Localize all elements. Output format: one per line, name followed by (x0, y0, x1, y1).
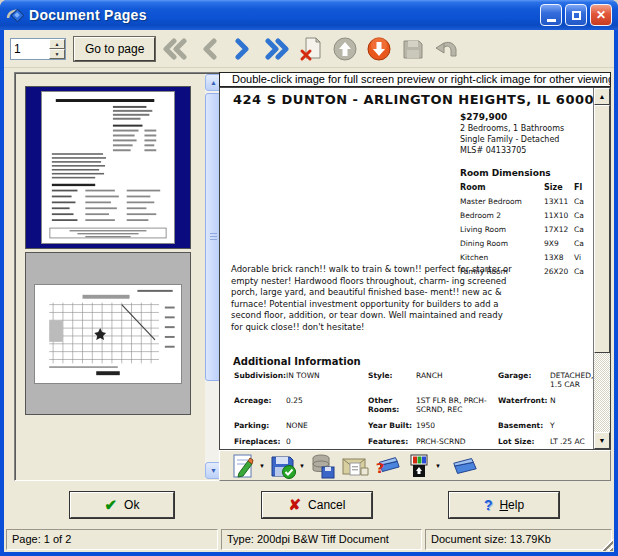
go-to-page-button[interactable]: Go to page (74, 37, 155, 61)
room-floor: Ca (574, 224, 588, 235)
preview-scroll-up-button[interactable]: ▲ (594, 88, 610, 105)
addl-value: RANCH (416, 371, 496, 389)
thumbnail-page-1[interactable] (25, 86, 191, 249)
save-page-icon (401, 37, 425, 61)
help-button[interactable]: ? Help (449, 492, 559, 518)
last-page-button[interactable] (263, 35, 291, 63)
save-confirm-button[interactable] (269, 452, 297, 480)
cancel-button[interactable]: ✘ Cancel (262, 492, 372, 518)
room-size: 17X12 (544, 224, 574, 235)
titlebar[interactable]: Document Pages ✕ (0, 0, 618, 30)
status-size: Document size: 13.79Kb (425, 529, 612, 550)
close-button[interactable]: ✕ (590, 4, 612, 26)
preview-hint: Double-click image for full screen previ… (219, 72, 611, 87)
resize-grip[interactable] (600, 538, 613, 551)
doc-summary-block: $279,900 2 Bedrooms, 1 Bathrooms Single … (460, 112, 588, 277)
minimize-button[interactable] (540, 4, 562, 26)
document-pages-window: Document Pages ✕ ▲ ▼ Go to page (0, 0, 618, 556)
help-label: Help (499, 498, 524, 512)
save-to-database-button[interactable] (309, 452, 337, 480)
addl-label: Other Rooms: (368, 396, 414, 414)
spinner-down-button[interactable]: ▼ (49, 49, 65, 59)
addl-value: DETACHED, 1.5 CAR (550, 371, 593, 389)
addl-value: N (550, 396, 593, 414)
preview-scroll-down-button[interactable]: ▼ (594, 432, 610, 449)
room-name: Kitchen (460, 252, 544, 263)
scanner-button[interactable] (451, 452, 479, 480)
cancel-x-icon: ✘ (289, 496, 302, 514)
room-name: Bedroom 2 (460, 210, 544, 221)
app-scanner-icon (6, 6, 24, 24)
cancel-label: Cancel (308, 498, 345, 512)
preview-scroll-thumb[interactable] (594, 105, 610, 353)
scan-help-button[interactable]: ? (373, 452, 401, 480)
status-page: Page: 1 of 2 (6, 529, 218, 550)
room-floor: Ca (574, 196, 588, 207)
edit-page-dropdown-icon[interactable]: ▼ (259, 463, 265, 469)
room-floor: Ca (574, 238, 588, 249)
save-page-button[interactable] (399, 35, 427, 63)
ok-label: Ok (124, 498, 139, 512)
next-page-icon (234, 38, 252, 60)
ok-check-icon: ✔ (105, 496, 118, 514)
addl-value: 1950 (416, 421, 496, 430)
doc-mls-number: MLS# 04133705 (460, 145, 588, 156)
addl-label: Year Built: (368, 421, 414, 430)
save-confirm-dropdown-icon[interactable]: ▼ (299, 463, 305, 469)
save-to-database-icon (310, 453, 336, 479)
addl-value: 1ST FLR BR, PRCH- SCRND, REC (416, 396, 496, 414)
delete-page-button[interactable] (297, 35, 325, 63)
document-page-image[interactable]: 424 S DUNTON - ARLINGTON HEIGHTS, IL 600… (220, 88, 593, 449)
move-page-up-button[interactable] (331, 35, 359, 63)
previous-page-button[interactable] (195, 35, 223, 63)
next-page-button[interactable] (229, 35, 257, 63)
maximize-button[interactable] (565, 4, 587, 26)
preview-panel: Double-click image for full screen previ… (219, 72, 611, 481)
ok-button[interactable]: ✔ Ok (70, 492, 174, 518)
room-name: Living Room (460, 224, 544, 235)
doc-price: $279,900 (460, 112, 588, 123)
thumbnail-page-2-image (34, 284, 182, 384)
addl-label: Garage: (498, 371, 548, 389)
preview-scrollbar[interactable]: ▲ ▼ (593, 88, 610, 449)
move-page-down-icon (366, 36, 392, 62)
edit-page-button[interactable] (229, 452, 257, 480)
svg-text:?: ? (376, 458, 385, 476)
minimize-icon (547, 19, 556, 22)
room-name: Master Bedroom (460, 196, 544, 207)
undo-button[interactable] (433, 35, 461, 63)
move-page-down-button[interactable] (365, 35, 393, 63)
addl-label: Basement: (498, 421, 548, 430)
undo-icon (434, 37, 460, 61)
color-depth-dropdown-icon[interactable]: ▼ (435, 463, 441, 469)
doc-bed-bath: 2 Bedrooms, 1 Bathrooms (460, 123, 588, 134)
addl-value: 0.25 (286, 396, 366, 414)
thumbnail-page-1-image (41, 91, 175, 244)
email-document-button[interactable] (341, 452, 369, 480)
doc-title: 424 S DUNTON - ARLINGTON HEIGHTS, IL 600… (233, 92, 593, 107)
addl-value: PRCH-SCRND (416, 437, 496, 446)
addl-label: Fireplaces: (234, 437, 284, 446)
addl-label: Features: (368, 437, 414, 446)
room-floor: Ca (574, 266, 588, 277)
spinner-up-button[interactable]: ▲ (49, 39, 65, 49)
help-question-icon: ? (484, 497, 493, 513)
room-floor: Vi (574, 252, 588, 263)
page-number-input[interactable] (11, 39, 49, 59)
addl-label: Parking: (234, 421, 284, 430)
room-dimensions-table: RoomSizeFlMaster Bedroom13X11CaBedroom 2… (460, 182, 588, 277)
document-preview[interactable]: 424 S DUNTON - ARLINGTON HEIGHTS, IL 600… (219, 87, 611, 450)
addl-value: 0 (286, 437, 366, 446)
email-document-icon (341, 454, 369, 478)
edit-page-icon (231, 453, 255, 479)
addl-label: Acreage: (234, 396, 284, 414)
addl-value: NONE (286, 421, 366, 430)
color-depth-button[interactable] (405, 452, 433, 480)
room-col-header-2: Fl (574, 182, 588, 193)
addl-value: Y (550, 421, 593, 430)
document-action-toolbar: ▼ ▼ (219, 450, 611, 481)
first-page-button[interactable] (161, 35, 189, 63)
page-toolbar: ▲ ▼ Go to page (4, 30, 614, 68)
thumbnail-page-2[interactable] (25, 252, 191, 415)
room-col-header-1: Size (544, 182, 574, 193)
